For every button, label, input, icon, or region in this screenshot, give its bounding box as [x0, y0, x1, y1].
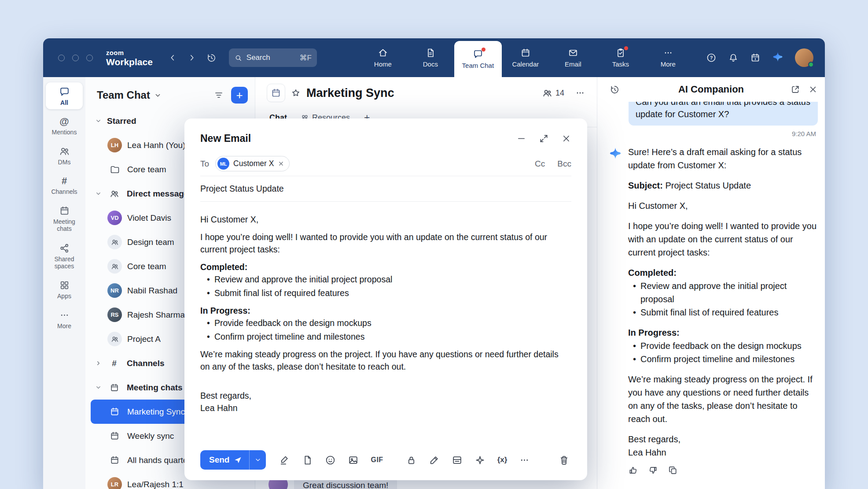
- notifications-bell-icon[interactable]: [728, 52, 739, 63]
- close-icon[interactable]: [808, 85, 818, 94]
- send-options-button[interactable]: [249, 450, 266, 470]
- user-avatar[interactable]: [795, 48, 813, 67]
- variables-icon[interactable]: {x}: [497, 456, 508, 464]
- nav-calendar[interactable]: Calendar: [502, 38, 549, 77]
- encrypt-lock-icon[interactable]: [406, 455, 417, 466]
- rail-item-dms[interactable]: DMs: [46, 142, 83, 169]
- star-icon[interactable]: [291, 88, 301, 98]
- rail-label: Shared spaces: [46, 256, 83, 270]
- search-input[interactable]: Search ⌘F: [229, 48, 317, 67]
- search-icon: [234, 54, 243, 62]
- email-intro: I hope you’re doing well! I wanted to pr…: [200, 231, 570, 256]
- gif-icon[interactable]: GIF: [371, 456, 383, 464]
- more-icon: [59, 310, 70, 321]
- channel-title: Marketing Sync: [306, 86, 394, 100]
- discard-trash-icon[interactable]: [559, 455, 570, 466]
- rail-item-meeting-chats[interactable]: Meeting chats: [46, 201, 83, 235]
- home-icon: [378, 48, 388, 58]
- rail-item-shared-spaces[interactable]: Shared spaces: [46, 239, 83, 273]
- bcc-button[interactable]: Bcc: [557, 159, 571, 169]
- filter-icon[interactable]: [213, 90, 224, 100]
- apps-grid-icon: [59, 280, 70, 291]
- remove-recipient-icon[interactable]: [278, 160, 284, 167]
- ai-conversation[interactable]: Can you draft an email that provides a s…: [597, 102, 825, 489]
- ai-panel-header: AI Companion: [597, 77, 825, 102]
- group-avatar-icon: [107, 259, 122, 274]
- compose-toolbar: Send GIF {x}: [184, 442, 587, 480]
- rail-item-more[interactable]: More: [46, 306, 83, 333]
- ai-companion-icon[interactable]: [772, 51, 783, 64]
- emoji-icon[interactable]: [325, 455, 336, 466]
- section-label: Direct messages: [127, 189, 193, 199]
- close-icon[interactable]: [561, 133, 571, 144]
- channel-more-icon[interactable]: [575, 88, 585, 98]
- subject-field[interactable]: Project Status Update: [200, 176, 571, 202]
- rail-label: Mentions: [52, 129, 77, 136]
- open-in-new-icon[interactable]: [791, 85, 800, 94]
- ai-signature: Lea Hahn: [628, 446, 818, 459]
- window-minimize-button[interactable]: [72, 55, 79, 61]
- rail-item-channels[interactable]: # Channels: [46, 172, 83, 198]
- history-icon[interactable]: [610, 85, 620, 95]
- email-body-editor[interactable]: Hi Customer X, I hope you’re doing well!…: [184, 202, 587, 442]
- history-icon[interactable]: [206, 53, 217, 63]
- channel-header: Marketing Sync 14: [255, 77, 597, 109]
- members-button[interactable]: 14: [542, 88, 564, 98]
- to-field[interactable]: To ML Customer X Cc Bcc: [200, 152, 571, 176]
- calendar-today-icon[interactable]: [750, 52, 761, 63]
- help-icon[interactable]: ?: [706, 52, 717, 63]
- cc-button[interactable]: Cc: [535, 159, 545, 169]
- rail-label: DMs: [58, 159, 71, 166]
- search-placeholder: Search: [246, 53, 270, 62]
- nav-tasks[interactable]: Tasks: [597, 38, 644, 77]
- insert-image-icon[interactable]: [348, 455, 359, 466]
- rail-item-all[interactable]: All: [46, 82, 83, 109]
- ai-list-item: Confirm project timeline and milestones: [631, 352, 818, 366]
- channel-calendar-icon: [267, 84, 285, 102]
- sidebar-title-dropdown[interactable]: Team Chat: [97, 89, 162, 101]
- back-icon[interactable]: [168, 53, 177, 63]
- window-traffic-lights: [58, 55, 93, 61]
- nav-more[interactable]: More: [644, 38, 692, 77]
- window-close-button[interactable]: [58, 55, 65, 61]
- nav-email[interactable]: Email: [549, 38, 597, 77]
- nav-docs[interactable]: Docs: [407, 38, 454, 77]
- chevron-down-icon: [95, 384, 102, 391]
- nav-team-chat[interactable]: Team Chat: [454, 41, 502, 77]
- signature-icon[interactable]: [279, 455, 290, 466]
- rail-item-apps[interactable]: Apps: [46, 276, 83, 303]
- calendar-icon: [59, 205, 70, 216]
- forward-icon[interactable]: [187, 53, 197, 63]
- template-icon[interactable]: [452, 455, 463, 466]
- thumbs-up-icon[interactable]: [628, 465, 638, 475]
- nav-label: Email: [565, 60, 581, 68]
- minimize-icon[interactable]: [516, 133, 526, 144]
- expand-icon[interactable]: [539, 133, 549, 144]
- email-completed-list: Review and approve the initial project p…: [200, 273, 570, 299]
- ai-subject-value: Project Status Update: [665, 181, 751, 190]
- attach-file-icon[interactable]: [302, 455, 313, 466]
- ai-intro: Sure! Here’s a draft email asking for a …: [628, 145, 818, 172]
- ai-sparkle-icon[interactable]: [474, 455, 485, 466]
- email-list-item: Submit final list of required features: [205, 287, 570, 299]
- chat-item-label: Lea/Rajesh 1:1: [127, 480, 184, 489]
- window-zoom-button[interactable]: [86, 55, 93, 61]
- new-chat-button[interactable]: +: [231, 87, 248, 104]
- more-options-icon[interactable]: [519, 455, 530, 466]
- edit-pencil-icon[interactable]: [429, 455, 440, 466]
- copy-icon[interactable]: [668, 465, 678, 475]
- logo-zoom-text: zoom: [106, 49, 153, 56]
- people-icon: [59, 146, 70, 157]
- send-button[interactable]: Send: [200, 450, 249, 470]
- email-inprogress-header: In Progress:: [200, 304, 570, 317]
- chevron-down-icon: [95, 118, 102, 124]
- rail-item-mentions[interactable]: @ Mentions: [46, 112, 83, 139]
- notification-dot: [624, 46, 628, 50]
- recipient-name: Customer X: [233, 159, 274, 168]
- online-status-dot: [808, 62, 814, 67]
- recipient-chip[interactable]: ML Customer X: [215, 156, 290, 171]
- hash-icon: #: [62, 176, 67, 186]
- ai-response-actions: [628, 465, 818, 475]
- thumbs-down-icon[interactable]: [648, 465, 658, 475]
- nav-home[interactable]: Home: [359, 38, 407, 77]
